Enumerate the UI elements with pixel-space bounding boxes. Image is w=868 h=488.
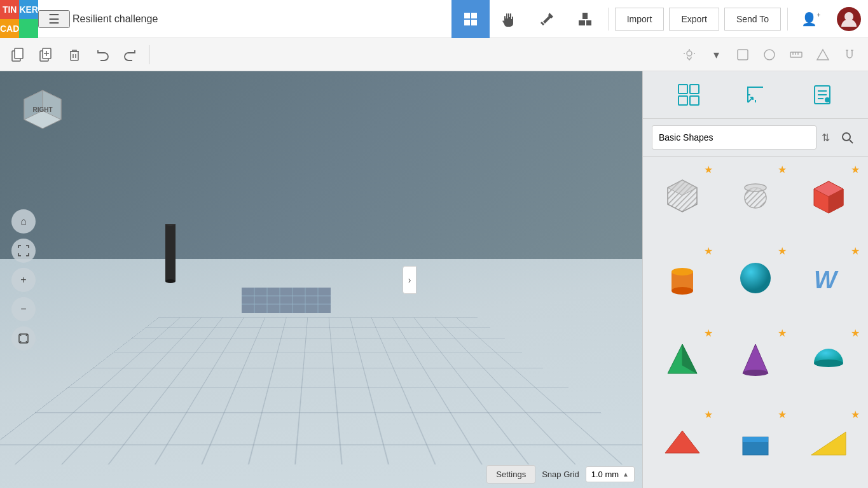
svg-rect-0 [464, 13, 470, 18]
dropdown-button[interactable]: ▾ [704, 43, 728, 67]
shape-cylinder[interactable]: ★ [645, 241, 719, 314]
project-title: Resilient challenge [70, 13, 451, 25]
svg-point-59 [843, 133, 850, 141]
svg-rect-48 [679, 85, 687, 94]
snap-grid-arrows: ▲ [623, 471, 629, 478]
shape-text[interactable]: ★ W [792, 241, 865, 314]
logo-tin: TIN [0, 0, 19, 19]
svg-rect-22 [738, 50, 748, 60]
hand-tool-button[interactable] [490, 0, 528, 38]
svg-point-72 [672, 287, 693, 295]
user-add-button[interactable]: 👤+ [792, 0, 830, 38]
top-navigation: TIN KER CAD ☰ Resilient challenge [0, 0, 868, 38]
main-layout: RIGHT [0, 71, 868, 488]
svg-point-17 [687, 51, 692, 56]
svg-rect-2 [464, 20, 470, 25]
shape-star-text: ★ [851, 245, 860, 257]
viewport[interactable]: RIGHT [0, 71, 642, 488]
svg-rect-1 [471, 13, 477, 18]
shape-cone[interactable]: ★ [719, 323, 792, 396]
note-square-button[interactable] [731, 43, 755, 67]
sidebar-view-icons [643, 71, 868, 119]
pickaxe-button[interactable] [528, 0, 566, 38]
blocks-button[interactable] [566, 0, 604, 38]
fit-view-button[interactable] [11, 239, 36, 263]
svg-rect-49 [690, 85, 699, 94]
orientation-cube[interactable]: RIGHT [18, 85, 67, 135]
duplicate-button[interactable] [34, 43, 59, 67]
shape-wedge[interactable]: ★ [792, 404, 865, 477]
menu-button[interactable]: ☰ [38, 10, 70, 28]
delete-button[interactable] [62, 43, 86, 67]
sendto-button[interactable]: Send To [724, 8, 781, 31]
shape-cylinder-hole[interactable]: ★ [719, 159, 792, 232]
svg-rect-9 [15, 48, 23, 59]
svg-line-60 [850, 140, 853, 143]
shape-half-sphere[interactable]: ★ [792, 323, 865, 396]
bottom-bar: Settings Snap Grid 1.0 mm ▲ [0, 460, 642, 488]
shapes-dropdown-arrows[interactable]: ⇅ [822, 132, 830, 144]
shape-star-roof: ★ [704, 408, 713, 421]
svg-rect-4 [579, 20, 585, 25]
light-button[interactable] [677, 43, 701, 67]
magnet-button[interactable] [837, 43, 862, 67]
shape-star-box-hole: ★ [704, 164, 713, 176]
svg-point-58 [825, 98, 829, 102]
shape-box[interactable]: ★ [792, 159, 865, 232]
shape-star-prism: ★ [778, 408, 787, 421]
shape-box-hole[interactable]: ★ [645, 159, 719, 232]
logo-ker: KER [19, 0, 38, 19]
import-button[interactable]: Import [615, 8, 665, 31]
logo-cad: CAD [0, 19, 19, 38]
svg-marker-80 [665, 431, 699, 453]
shapes-search-button[interactable] [835, 125, 859, 150]
svg-point-66 [745, 184, 766, 192]
svg-point-79 [814, 359, 843, 367]
svg-rect-51 [690, 96, 699, 105]
redo-button[interactable] [118, 43, 142, 67]
svg-point-71 [672, 268, 693, 275]
snap-grid-label: Snap Grid [542, 470, 579, 479]
export-button[interactable]: Export [669, 8, 719, 31]
notes-icon-button[interactable] [805, 78, 839, 112]
right-sidebar: Basic Shapes ⇅ ★ [642, 71, 868, 488]
grid-view-icon-button[interactable] [672, 78, 706, 112]
nav-icons-right: Import Export Send To 👤+ [451, 0, 868, 38]
shape-star-cylinder: ★ [704, 245, 713, 257]
profile-button[interactable] [830, 0, 868, 38]
home-view-button[interactable]: ⌂ [11, 209, 36, 234]
toolbar-separator-1 [149, 45, 149, 64]
copy-button[interactable] [6, 43, 31, 67]
snap-grid-number: 1.0 mm [591, 470, 619, 479]
perspective-button[interactable] [11, 326, 36, 351]
snap-grid-value[interactable]: 1.0 mm ▲ [586, 466, 635, 482]
shape-star-box: ★ [851, 164, 860, 176]
shape-prism[interactable]: ★ [719, 404, 792, 477]
logo-empty [19, 19, 38, 38]
shapes-grid: ★ ★ [643, 157, 868, 488]
svg-rect-38 [242, 288, 331, 313]
zoom-in-button[interactable]: + [11, 268, 36, 292]
ruler-button[interactable] [784, 43, 808, 67]
shapes-category-dropdown[interactable]: Basic Shapes [652, 125, 816, 150]
tinkercad-logo[interactable]: TIN KER CAD [0, 0, 38, 38]
shape-star-sphere: ★ [778, 245, 787, 257]
svg-rect-35 [165, 224, 176, 281]
svg-rect-14 [71, 52, 78, 60]
shape-pyramid[interactable]: ★ [645, 323, 719, 396]
svg-point-23 [764, 50, 775, 60]
triangle-button[interactable] [811, 43, 835, 67]
shape-roof[interactable]: ★ [645, 404, 719, 477]
ruler-corner-icon-button[interactable] [738, 78, 773, 112]
undo-button[interactable] [90, 43, 114, 67]
note-circle-button[interactable] [757, 43, 782, 67]
zoom-out-button[interactable]: − [11, 297, 36, 321]
svg-text:W: W [814, 267, 839, 293]
settings-button[interactable]: Settings [486, 465, 535, 484]
svg-point-37 [165, 279, 176, 283]
sidebar-collapse-button[interactable]: › [403, 266, 417, 294]
grid-view-button[interactable] [451, 0, 490, 38]
shape-star-cone: ★ [778, 327, 787, 339]
shape-sphere[interactable]: ★ [719, 241, 792, 314]
svg-rect-24 [790, 52, 802, 57]
